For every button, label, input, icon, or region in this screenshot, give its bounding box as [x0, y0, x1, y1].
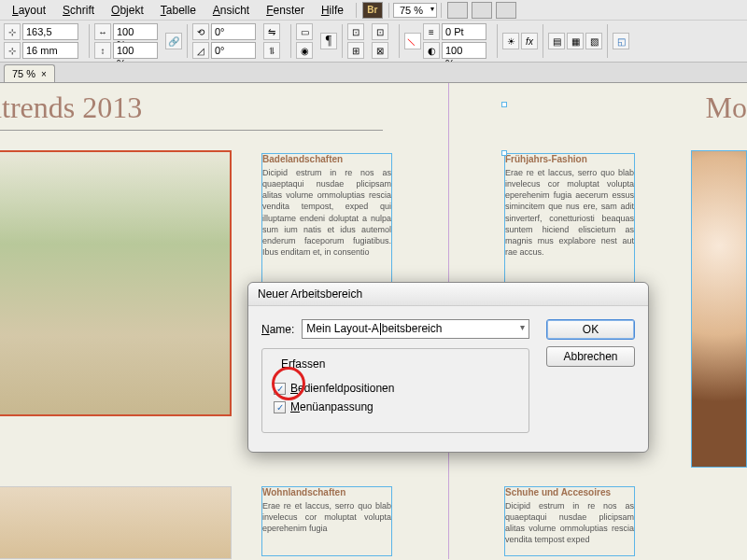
separator [342, 24, 343, 58]
frame-body: Dicipid estrum in re nos as quaeptaqui n… [505, 500, 634, 546]
wrap-none-icon[interactable]: ▤ [548, 33, 565, 49]
separator [497, 24, 498, 58]
workspace-name-input[interactable]: Mein Layout-Abeitsbereich [302, 319, 529, 339]
select-container-icon[interactable]: ▭ [296, 23, 313, 40]
flip-h-icon[interactable]: ⇋ [263, 23, 280, 40]
panel-positions-checkbox[interactable]: ✓ [274, 383, 286, 395]
menu-customization-checkbox[interactable]: ✓ [274, 401, 286, 413]
panel-positions-label: Bedienfeldpositionen [290, 382, 394, 395]
separator [290, 24, 291, 58]
menu-objekt[interactable]: Objekt [103, 4, 152, 17]
new-workspace-dialog: Neuer Arbeitsbereich Name: Mein Layout-A… [247, 282, 649, 453]
frame-heading: Frühjahrs-Fashion [505, 154, 634, 164]
separator [543, 24, 543, 58]
menu-hilfe[interactable]: Hilfe [313, 4, 352, 17]
link-scale-icon[interactable]: 🔗 [165, 33, 182, 49]
scale-h-input[interactable]: 100 % [113, 42, 158, 59]
tab-label: 75 % [12, 68, 35, 79]
zoom-level-dropdown[interactable]: 75 % [393, 3, 437, 18]
stroke-weight-input[interactable]: 0 Pt [442, 23, 486, 40]
separator [356, 3, 357, 18]
tab-close-icon[interactable]: × [41, 69, 47, 79]
screen-mode-icon[interactable] [472, 2, 492, 19]
frame-heading: Wohnlandschaften [262, 487, 391, 497]
fill-frame-icon[interactable]: ⊠ [372, 42, 388, 59]
x-ref-icon: ⊹ [4, 23, 21, 40]
wrap-bbox-icon[interactable]: ▦ [567, 33, 584, 49]
dialog-title: Neuer Arbeitsbereich [248, 283, 648, 306]
menu-ansicht[interactable]: Ansicht [204, 4, 258, 17]
separator [89, 24, 90, 58]
interior-image-frame[interactable] [0, 486, 232, 559]
separator [187, 24, 188, 58]
wrap-shape-icon[interactable]: ▧ [585, 33, 602, 49]
scale-w-icon: ↔ [94, 23, 111, 40]
paragraph-icon[interactable]: ¶ [320, 33, 337, 49]
flip-v-icon[interactable]: ⥮ [263, 42, 280, 59]
bathroom-image-frame[interactable] [0, 150, 232, 416]
menu-tabelle[interactable]: Tabelle [152, 4, 204, 17]
view-options-icon[interactable] [447, 2, 468, 19]
scale-h-icon: ↕ [94, 42, 111, 59]
text-frame-schuhe[interactable]: Schuhe und Accesoires Dicipid estrum in … [504, 486, 635, 556]
fieldset-legend: Erfassen [277, 357, 329, 371]
text-frame-fashion[interactable]: Frühjahrs-Fashion Erae re et laccus, ser… [504, 153, 635, 291]
x-position-input[interactable]: 163,5 mm [22, 23, 78, 40]
bridge-icon[interactable]: Br [362, 2, 383, 19]
page-heading-right: Mo [706, 91, 747, 125]
cancel-button[interactable]: Abbrechen [546, 346, 635, 367]
select-content-icon[interactable]: ◉ [296, 42, 313, 59]
name-label: Name: [261, 323, 294, 336]
selection-handle[interactable] [501, 102, 507, 107]
text-frame-wohn[interactable]: Wohnlandschaften Erae re et laccus, serr… [261, 486, 392, 556]
opacity-input[interactable]: 100 % [442, 42, 486, 59]
separator [607, 24, 608, 58]
shear-icon: ◿ [192, 42, 209, 59]
frame-heading: Badelandschaften [262, 154, 391, 164]
page-heading-left: hntrends 2013 [0, 91, 142, 125]
rotate-input[interactable]: 0° [211, 23, 256, 40]
corner-icon[interactable]: ◱ [613, 33, 629, 49]
effects-icon[interactable]: ☀ [502, 33, 519, 49]
frame-body: Erae re et laccus, serro quo blab invele… [505, 167, 634, 258]
fx-icon[interactable]: fx [521, 33, 538, 49]
menu-layout[interactable]: Layout [4, 4, 54, 17]
text-frame-bath[interactable]: Badelandschaften Dicipid estrum in re no… [261, 153, 392, 291]
center-content-icon[interactable]: ⊡ [372, 23, 388, 40]
y-position-input[interactable]: 16 mm [22, 42, 78, 59]
ok-button[interactable]: OK [546, 319, 635, 340]
stroke-weight-icon: ≡ [423, 23, 440, 40]
separator [399, 24, 400, 58]
opacity-icon: ◐ [423, 42, 440, 59]
document-tab[interactable]: 75 %× [4, 64, 55, 82]
fill-swatch-icon[interactable]: — [404, 33, 421, 49]
model-image-frame[interactable] [691, 150, 747, 468]
page-edge [0, 130, 383, 131]
menu-bar: Layout Schrift Objekt Tabelle Ansicht Fe… [0, 0, 747, 21]
frame-body: Erae re et laccus, serro quo blab invele… [262, 500, 391, 534]
capture-fieldset: Erfassen ✓ Bedienfeldpositionen ✓ Menüan… [261, 348, 529, 433]
arrange-icon[interactable] [496, 2, 516, 19]
menu-fenster[interactable]: Fenster [258, 4, 313, 17]
menu-schrift[interactable]: Schrift [54, 4, 103, 17]
separator [441, 3, 442, 18]
menu-customization-label: Menüanpassung [290, 400, 374, 413]
rotate-icon: ⟲ [192, 23, 209, 40]
document-tab-bar: 75 %× [0, 63, 747, 83]
frame-body: Dicipid estrum in re nos as quaeptaqui n… [262, 167, 391, 258]
fit-frame-icon[interactable]: ⊞ [347, 42, 364, 59]
frame-heading: Schuhe und Accesoires [505, 487, 634, 497]
y-ref-icon: ⊹ [4, 42, 21, 59]
separator [388, 3, 389, 18]
scale-w-input[interactable]: 100 % [113, 23, 158, 40]
control-bar: ⊹163,5 mm ⊹16 mm ↔100 % ↕100 % 🔗 ⟲0° ◿0°… [0, 21, 747, 63]
shear-input[interactable]: 0° [211, 42, 256, 59]
selection-handle[interactable] [501, 150, 507, 156]
fit-content-icon[interactable]: ⊡ [347, 23, 364, 40]
